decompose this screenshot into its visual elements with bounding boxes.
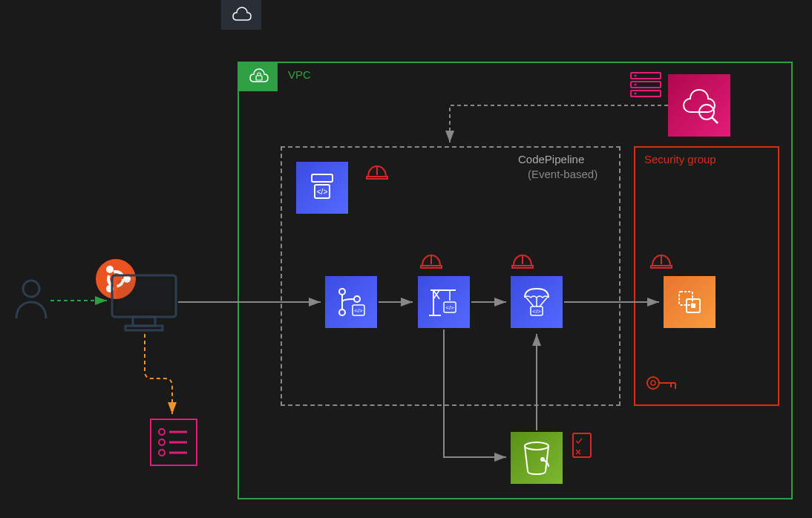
codecommit-icon: </> [296, 162, 348, 214]
eventbased-label: (Event-based) [528, 168, 597, 180]
svg-rect-10 [125, 326, 163, 330]
svg-text:</>: </> [532, 308, 541, 315]
computer-icon [111, 274, 177, 332]
svg-point-11 [159, 429, 165, 435]
svg-point-56 [647, 377, 659, 389]
svg-point-1 [23, 281, 39, 297]
svg-line-38 [526, 298, 534, 306]
svg-rect-17 [312, 174, 333, 182]
vpc-lock-icon [245, 68, 270, 85]
hardhat-icon [419, 252, 443, 270]
security-group-label: Security group [644, 153, 716, 165]
cloud-badge [221, 0, 261, 30]
codedeploy-icon: </> [511, 276, 563, 328]
svg-point-26 [354, 296, 360, 302]
svg-text:</>: </> [317, 188, 328, 196]
vpc-label: VPC [288, 68, 311, 81]
cloud-icon [229, 7, 253, 23]
svg-point-53 [635, 75, 637, 77]
task-icon [572, 432, 592, 459]
svg-rect-61 [573, 433, 591, 457]
user-icon [13, 278, 49, 320]
svg-rect-0 [256, 76, 262, 80]
hardhat-icon [365, 163, 389, 181]
svg-line-49 [712, 117, 718, 123]
codebuild-icon: </> [418, 276, 470, 328]
svg-point-25 [339, 309, 345, 315]
svg-rect-8 [117, 280, 171, 312]
hardhat-icon [649, 252, 673, 270]
checklist-icon [150, 419, 197, 466]
key-icon [646, 374, 678, 392]
svg-text:</>: </> [354, 307, 363, 314]
svg-point-5 [106, 266, 114, 273]
codepipeline-label: CodePipeline [518, 153, 584, 165]
svg-line-39 [540, 298, 547, 306]
svg-point-15 [159, 450, 165, 456]
svg-point-46 [525, 442, 549, 450]
compute-icon [664, 276, 716, 328]
svg-point-13 [159, 439, 165, 445]
svg-rect-9 [133, 317, 155, 326]
cloudwatch-icon [668, 74, 730, 137]
servers-icon [628, 71, 664, 101]
svg-text:</>: </> [445, 304, 454, 311]
svg-rect-45 [691, 304, 695, 308]
branch-icon: </> [325, 276, 377, 328]
svg-point-54 [635, 84, 637, 86]
svg-point-24 [339, 289, 345, 295]
svg-point-57 [651, 381, 655, 385]
vpc-badge [238, 62, 278, 91]
hardhat-icon [511, 252, 534, 270]
svg-point-55 [635, 93, 637, 95]
s3-bucket-icon [511, 432, 563, 484]
